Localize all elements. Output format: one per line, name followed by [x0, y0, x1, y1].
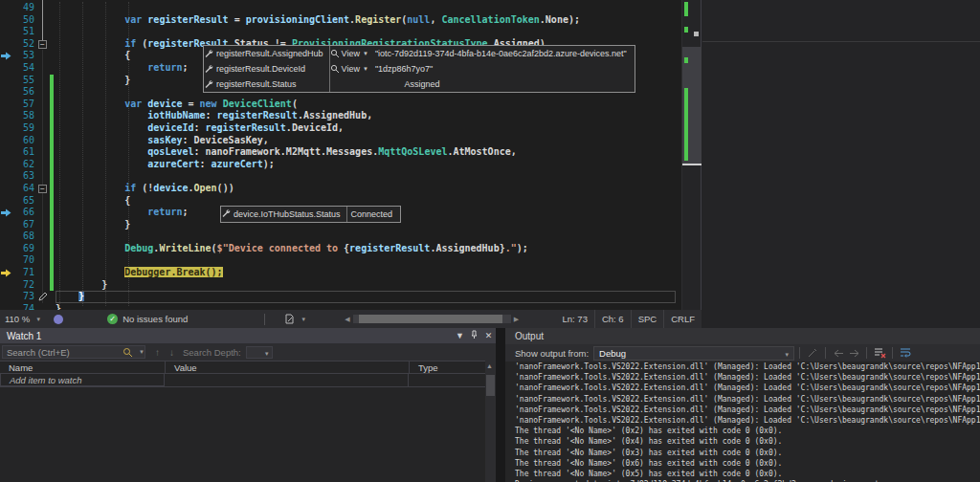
scrollbar-thumb[interactable]: [486, 375, 495, 396]
add-item-cell[interactable]: Add item to watch: [0, 374, 165, 386]
window-position-menu-icon[interactable]: ▼: [453, 331, 467, 340]
search-input[interactable]: Search (Ctrl+E) ▼: [2, 345, 145, 359]
gutter-indicator-margin[interactable]: [0, 219, 12, 231]
search-depth-dropdown[interactable]: ▼: [246, 346, 273, 359]
next-message-icon[interactable]: [846, 346, 861, 360]
code-line[interactable]: 61 qosLevel: nanoFramework.M2Mqtt.Messag…: [0, 146, 681, 159]
scroll-left-arrow-icon[interactable]: ◀: [345, 316, 349, 323]
output-titlebar[interactable]: Output: [505, 328, 980, 344]
code-line[interactable]: 50 var registerResult = provisioningClie…: [0, 14, 681, 27]
gutter-indicator-margin[interactable]: [0, 110, 12, 122]
folding-margin: [37, 195, 50, 208]
code-line[interactable]: 71 Debugger.Break();: [0, 267, 681, 279]
folding-margin[interactable]: −: [37, 38, 50, 51]
gutter-indicator-margin[interactable]: [0, 159, 12, 171]
view-link[interactable]: View: [342, 64, 360, 74]
editor-vertical-scrollbar[interactable]: [681, 0, 701, 310]
folding-margin[interactable]: −: [37, 183, 50, 195]
previous-message-icon[interactable]: [831, 346, 846, 360]
gutter-indicator-margin[interactable]: [0, 26, 12, 38]
find-message-icon[interactable]: [805, 346, 820, 360]
output-source-dropdown[interactable]: Debug ▼: [593, 346, 794, 361]
code-text: deviceId: registerResult.DeviceId,: [56, 122, 681, 135]
code-line[interactable]: 57 var device = new DeviceClient(: [0, 99, 681, 111]
scrollbar-thumb[interactable]: [359, 315, 502, 323]
code-line[interactable]: 70: [0, 254, 681, 267]
datatip-expression[interactable]: registerResult.Status: [213, 79, 302, 89]
gutter-indicator-margin[interactable]: [0, 62, 12, 75]
gutter-indicator-margin[interactable]: [0, 303, 12, 310]
diff-control[interactable]: ▼: [284, 314, 306, 324]
gutter-indicator-margin[interactable]: [0, 207, 12, 219]
watch-add-row[interactable]: Add item to watch: [0, 374, 485, 387]
gutter-indicator-margin[interactable]: [0, 195, 12, 208]
column-header-value[interactable]: Value: [165, 362, 409, 373]
scroll-up-arrow-icon[interactable]: ▲: [486, 362, 493, 369]
gutter-indicator-margin[interactable]: [0, 170, 12, 183]
gutter-indicator-margin[interactable]: [0, 99, 12, 111]
line-ending-indicator[interactable]: CRLF: [663, 310, 702, 328]
view-link[interactable]: View: [342, 49, 360, 58]
code-line[interactable]: 68: [0, 230, 681, 243]
change-tracking-margin: [50, 183, 56, 195]
datatip-register-result[interactable]: registerResult.AssignedHubregisterResult…: [203, 45, 635, 93]
code-line[interactable]: 69 Debug.WriteLine($"Device connected to…: [0, 243, 681, 255]
gutter-indicator-margin[interactable]: [0, 254, 12, 267]
gutter-indicator-margin[interactable]: [0, 279, 12, 292]
word-wrap-icon[interactable]: [898, 346, 913, 360]
code-line[interactable]: 74}: [0, 303, 681, 310]
scroll-right-arrow-icon[interactable]: ▶: [514, 316, 519, 323]
column-header-type[interactable]: Type: [409, 362, 485, 373]
issues-indicator[interactable]: ✓ No issues found: [107, 314, 188, 324]
change-bar: [50, 219, 54, 231]
gutter-indicator-margin[interactable]: [0, 267, 12, 279]
code-line[interactable]: 59 deviceId: registerResult.DeviceId,: [0, 122, 681, 135]
watch-vertical-scrollbar[interactable]: ▲: [485, 361, 496, 482]
code-area[interactable]: 4950 var registerResult = provisioningCl…: [0, 0, 681, 310]
fold-collapse-box[interactable]: −: [38, 40, 47, 49]
gutter-indicator-margin[interactable]: [0, 2, 12, 14]
gutter-indicator-margin[interactable]: [0, 243, 12, 255]
datatip-expression[interactable]: registerResult.DeviceId: [213, 64, 311, 74]
space-mode-indicator[interactable]: SPC: [631, 310, 664, 328]
output-line: The thread '<No Name>' (0x3) has exited …: [505, 448, 980, 458]
search-down-icon[interactable]: ↓: [169, 347, 174, 358]
code-line[interactable]: 72 }: [0, 279, 681, 292]
gutter-indicator-margin[interactable]: [0, 86, 12, 99]
code-line[interactable]: 73 }: [0, 291, 681, 303]
folding-margin: [37, 219, 50, 231]
folding-margin: [37, 62, 50, 75]
datatip-expression[interactable]: registerResult.AssignedHub: [213, 49, 329, 58]
code-line[interactable]: 58 iotHubName: registerResult.AssignedHu…: [0, 110, 681, 122]
gutter-indicator-margin[interactable]: [0, 146, 12, 159]
gutter-indicator-margin[interactable]: [0, 230, 12, 243]
gutter-indicator-margin[interactable]: [0, 14, 12, 27]
column-header-name[interactable]: Name: [0, 362, 165, 373]
gutter-indicator-margin[interactable]: [0, 135, 12, 147]
editor-horizontal-scrollbar[interactable]: [353, 315, 511, 323]
code-line[interactable]: 64− if (!device.Open()): [0, 183, 681, 195]
code-line[interactable]: 60 sasKey: DeviceSasKey,: [0, 135, 681, 147]
code-line[interactable]: 63: [0, 170, 681, 183]
folding-margin: [37, 50, 50, 62]
gutter-indicator-margin[interactable]: [0, 122, 12, 135]
code-line[interactable]: 49: [0, 2, 681, 14]
document-health-icon[interactable]: [54, 315, 63, 324]
pin-icon[interactable]: [467, 330, 481, 341]
output-log[interactable]: 'nanoFramework.Tools.VS2022.Extension.dl…: [505, 362, 980, 482]
folding-margin: [37, 230, 50, 243]
gutter-indicator-margin[interactable]: [0, 291, 12, 303]
search-up-icon[interactable]: ↑: [155, 347, 160, 358]
gutter-indicator-margin[interactable]: [0, 183, 12, 195]
close-icon[interactable]: ✕: [481, 331, 496, 340]
datatip-device-status[interactable]: device.IoTHubStatus.Status Connected: [220, 206, 401, 223]
clear-all-icon[interactable]: [872, 346, 887, 360]
gutter-indicator-margin[interactable]: [0, 38, 12, 51]
zoom-control[interactable]: 110 % ▼: [0, 314, 46, 324]
gutter-indicator-margin[interactable]: [0, 75, 12, 87]
watch-titlebar[interactable]: Watch 1 ▼ ✕: [0, 328, 496, 343]
fold-collapse-box[interactable]: −: [38, 185, 47, 193]
code-line[interactable]: 62 azureCert: azureCert);: [0, 159, 681, 171]
code-line[interactable]: 51: [0, 26, 681, 38]
gutter-indicator-margin[interactable]: [0, 50, 12, 62]
